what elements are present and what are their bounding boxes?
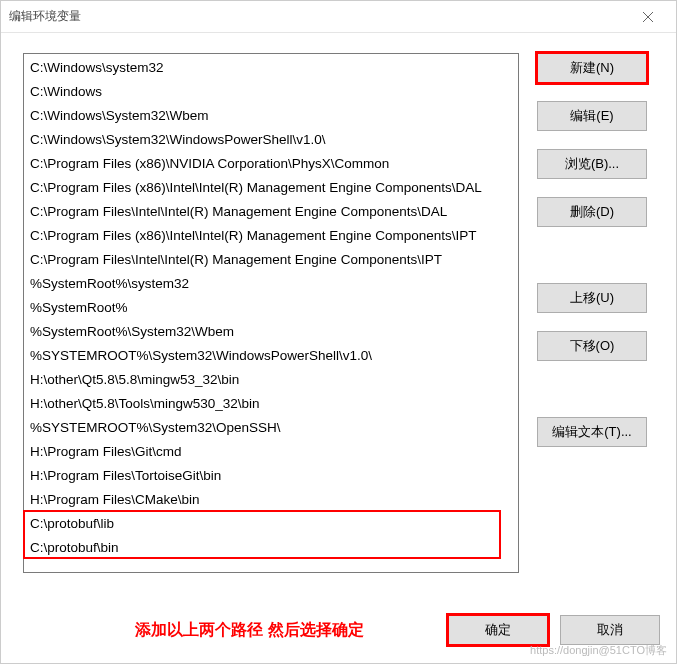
- list-item[interactable]: %SystemRoot%\system32: [24, 272, 518, 296]
- close-button[interactable]: [628, 3, 668, 31]
- list-item[interactable]: C:\Windows\System32\WindowsPowerShell\v1…: [24, 128, 518, 152]
- list-item[interactable]: C:\Program Files (x86)\Intel\Intel(R) Ma…: [24, 176, 518, 200]
- browse-button[interactable]: 浏览(B)...: [537, 149, 647, 179]
- list-item[interactable]: C:\Program Files (x86)\NVIDIA Corporatio…: [24, 152, 518, 176]
- ok-button[interactable]: 确定: [448, 615, 548, 645]
- dialog-window: 编辑环境变量 C:\Windows\system32C:\WindowsC:\W…: [0, 0, 677, 664]
- footer-buttons: 确定 取消: [448, 615, 660, 645]
- list-item[interactable]: C:\protobuf\lib: [24, 512, 518, 536]
- side-buttons: 新建(N) 编辑(E) 浏览(B)... 删除(D) 上移(U) 下移(O) 编…: [537, 53, 649, 601]
- spacer: [537, 245, 649, 283]
- list-item[interactable]: %SYSTEMROOT%\System32\OpenSSH\: [24, 416, 518, 440]
- edittext-button[interactable]: 编辑文本(T)...: [537, 417, 647, 447]
- titlebar: 编辑环境变量: [1, 1, 676, 33]
- list-item[interactable]: C:\Program Files\Intel\Intel(R) Manageme…: [24, 200, 518, 224]
- list-item[interactable]: H:\Program Files\Git\cmd: [24, 440, 518, 464]
- list-item[interactable]: C:\Windows\System32\Wbem: [24, 104, 518, 128]
- list-item[interactable]: %SystemRoot%: [24, 296, 518, 320]
- movedown-button[interactable]: 下移(O): [537, 331, 647, 361]
- edit-button[interactable]: 编辑(E): [537, 101, 647, 131]
- new-button[interactable]: 新建(N): [537, 53, 647, 83]
- window-title: 编辑环境变量: [9, 8, 628, 25]
- moveup-button[interactable]: 上移(U): [537, 283, 647, 313]
- list-item[interactable]: C:\Program Files\Intel\Intel(R) Manageme…: [24, 248, 518, 272]
- annotation-note: 添加以上两个路径 然后选择确定: [23, 620, 436, 641]
- dialog-footer: 添加以上两个路径 然后选择确定 确定 取消: [1, 609, 676, 663]
- list-item[interactable]: C:\protobuf\bin: [24, 536, 518, 560]
- list-item[interactable]: %SYSTEMROOT%\System32\WindowsPowerShell\…: [24, 344, 518, 368]
- delete-button[interactable]: 删除(D): [537, 197, 647, 227]
- dialog-body: C:\Windows\system32C:\WindowsC:\Windows\…: [1, 33, 676, 609]
- spacer: [537, 379, 649, 417]
- list-item[interactable]: H:\other\Qt5.8\5.8\mingw53_32\bin: [24, 368, 518, 392]
- list-item[interactable]: H:\Program Files\CMake\bin: [24, 488, 518, 512]
- list-item[interactable]: C:\Windows\system32: [24, 56, 518, 80]
- cancel-button[interactable]: 取消: [560, 615, 660, 645]
- list-item[interactable]: H:\Program Files\TortoiseGit\bin: [24, 464, 518, 488]
- list-item[interactable]: %SystemRoot%\System32\Wbem: [24, 320, 518, 344]
- list-item[interactable]: C:\Windows: [24, 80, 518, 104]
- path-listbox[interactable]: C:\Windows\system32C:\WindowsC:\Windows\…: [23, 53, 519, 573]
- close-icon: [643, 12, 653, 22]
- list-wrap: C:\Windows\system32C:\WindowsC:\Windows\…: [23, 53, 519, 601]
- list-item[interactable]: H:\other\Qt5.8\Tools\mingw530_32\bin: [24, 392, 518, 416]
- list-item[interactable]: C:\Program Files (x86)\Intel\Intel(R) Ma…: [24, 224, 518, 248]
